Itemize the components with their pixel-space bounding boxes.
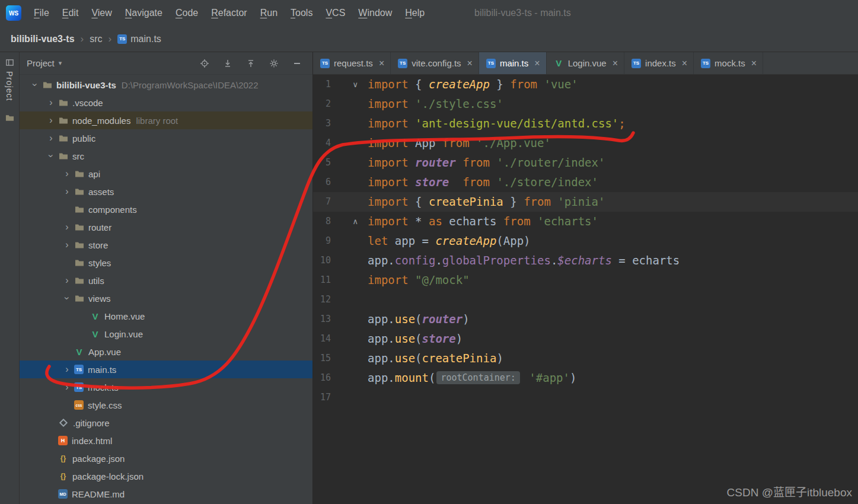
code-line-5[interactable]: 5import router from './router/index' <box>313 153 858 173</box>
code-line-7[interactable]: 7import { createPinia } from 'pinia' <box>313 192 858 212</box>
tree-item-node-modules[interactable]: ›node_moduleslibrary root <box>20 111 312 129</box>
chevron-right-icon[interactable]: › <box>60 275 74 286</box>
tree-item-router[interactable]: ›router <box>20 218 312 236</box>
chevron-down-icon[interactable]: › <box>30 78 40 92</box>
code-line-1[interactable]: 1∨import { createApp } from 'vue' <box>313 75 858 94</box>
fold-end-icon[interactable]: ∧ <box>331 212 363 231</box>
tab-vite-config-ts[interactable]: TSvite.config.ts× <box>391 52 479 74</box>
folder-stripe-icon[interactable] <box>5 113 14 122</box>
tree-item-package-json[interactable]: {}package.json <box>20 449 312 467</box>
tree-item-public[interactable]: ›public <box>20 129 312 147</box>
tree-item-store[interactable]: ›store <box>20 236 312 254</box>
breadcrumb-item-src[interactable]: src <box>90 34 102 44</box>
tree-item-readme-md[interactable]: MDREADME.md <box>20 485 312 503</box>
tab-login-vue[interactable]: VLogin.vue× <box>547 52 624 74</box>
chevron-right-icon[interactable]: › <box>60 168 74 179</box>
tab-mock-ts[interactable]: TSmock.ts× <box>694 52 763 74</box>
line-number: 6 <box>313 173 331 192</box>
tab-index-ts[interactable]: TSindex.ts× <box>624 52 694 74</box>
chevron-right-icon[interactable]: › <box>44 97 58 108</box>
collapse-all-button[interactable] <box>246 59 256 68</box>
chevron-down-icon[interactable]: › <box>62 291 72 305</box>
menu-navigate[interactable]: Navigate <box>119 0 169 26</box>
code-line-16[interactable]: 16app.mount(rootContainer: '#app') <box>313 368 858 388</box>
code-line-12[interactable]: 12 <box>313 290 858 310</box>
tab-close-icon[interactable]: × <box>467 58 473 69</box>
tree-item-mock-ts[interactable]: ›TSmock.ts <box>20 378 312 396</box>
fold-spacer <box>331 192 363 212</box>
code-line-15[interactable]: 15app.use(createPinia) <box>313 349 858 368</box>
tree-item-api[interactable]: ›api <box>20 165 312 183</box>
code-line-2[interactable]: 2import './style.css' <box>313 94 858 114</box>
menu-vcs[interactable]: VCS <box>319 0 352 26</box>
tree-item-package-lock-json[interactable]: {}package-lock.json <box>20 467 312 485</box>
tree-item-utils[interactable]: ›utils <box>20 272 312 289</box>
chevron-right-icon[interactable]: › <box>60 382 74 393</box>
code-token: app. <box>368 254 395 267</box>
tab-close-icon[interactable]: × <box>751 58 757 69</box>
chevron-right-icon[interactable]: › <box>60 186 74 197</box>
tree-item-vscode[interactable]: ›.vscode <box>20 94 312 111</box>
project-view-selector[interactable]: Project ▾ <box>27 58 62 68</box>
code-line-14[interactable]: 14app.use(store) <box>313 329 858 349</box>
code-line-11[interactable]: 11import "@/mock" <box>313 270 858 290</box>
tab-close-icon[interactable]: × <box>682 58 687 69</box>
tab-close-icon[interactable]: × <box>613 58 618 69</box>
tree-item-login-vue[interactable]: VLogin.vue <box>20 325 312 343</box>
code-line-17[interactable]: 17 <box>313 388 858 407</box>
tree-item-label: api <box>88 169 100 179</box>
tree-item-components[interactable]: components <box>20 200 312 218</box>
vue-file-icon: V <box>90 311 100 321</box>
settings-button[interactable] <box>269 59 279 68</box>
code-editor[interactable]: 1∨import { createApp } from 'vue'2import… <box>313 75 858 504</box>
code-line-10[interactable]: 10app.config.globalProperties.$echarts =… <box>313 251 858 270</box>
expand-all-button[interactable] <box>223 59 232 68</box>
menu-run[interactable]: Run <box>254 0 284 26</box>
fold-start-icon[interactable]: ∨ <box>331 75 363 94</box>
project-stripe-button[interactable]: Project <box>5 58 14 101</box>
tree-item-app-vue[interactable]: VApp.vue <box>20 343 312 361</box>
code-line-13[interactable]: 13app.use(router) <box>313 310 858 329</box>
chevron-right-icon[interactable]: › <box>44 115 58 126</box>
tab-main-ts[interactable]: TSmain.ts× <box>479 52 547 74</box>
locate-button[interactable] <box>200 59 209 68</box>
code-line-9[interactable]: 9let app = createApp(App) <box>313 231 858 251</box>
menu-help[interactable]: Help <box>398 0 431 26</box>
tree-item-bilibili-vue3-ts[interactable]: ›bilibili-vue3-tsD:\ProgramWorkSpace\IDE… <box>20 76 312 94</box>
menu-refactor[interactable]: Refactor <box>205 0 253 26</box>
breadcrumb-item-bilibili-vue3-ts[interactable]: bilibili-vue3-ts <box>11 34 75 44</box>
tree-item-main-ts[interactable]: ›TSmain.ts <box>20 361 312 378</box>
code-line-3[interactable]: 3import 'ant-design-vue/dist/antd.css'; <box>313 114 858 133</box>
tree-item-home-vue[interactable]: VHome.vue <box>20 307 312 325</box>
tab-request-ts[interactable]: TSrequest.ts× <box>313 52 391 74</box>
tree-item-index-html[interactable]: Hindex.html <box>20 432 312 449</box>
tree-item-styles[interactable]: styles <box>20 254 312 272</box>
tree-item-gitignore[interactable]: .gitignore <box>20 414 312 432</box>
menu-tools[interactable]: Tools <box>284 0 319 26</box>
tree-item-src[interactable]: ›src <box>20 147 312 165</box>
chevron-right-icon[interactable]: › <box>44 133 58 143</box>
code-line-6[interactable]: 6import store from './store/index' <box>313 173 858 192</box>
chevron-down-icon[interactable]: › <box>46 149 56 163</box>
tree-item-assets[interactable]: ›assets <box>20 183 312 200</box>
breadcrumb-item-main-ts[interactable]: TSmain.ts <box>117 34 161 44</box>
code-token: . <box>551 254 557 267</box>
tree-item-style-css[interactable]: cssstyle.css <box>20 396 312 414</box>
code-token <box>409 273 415 286</box>
menu-view[interactable]: View <box>85 0 118 26</box>
menu-code[interactable]: Code <box>169 0 205 26</box>
chevron-right-icon[interactable]: › <box>60 240 74 250</box>
tree-item-views[interactable]: ›views <box>20 289 312 307</box>
menu-window[interactable]: Window <box>352 0 398 26</box>
tree-item-label: styles <box>88 258 111 268</box>
menu-file[interactable]: File <box>27 0 56 26</box>
tab-close-icon[interactable]: × <box>534 58 540 69</box>
tab-close-icon[interactable]: × <box>379 58 384 69</box>
code-line-4[interactable]: 4import App from './App.vue' <box>313 133 858 153</box>
code-token: * <box>409 215 429 228</box>
chevron-right-icon[interactable]: › <box>60 222 74 232</box>
code-line-8[interactable]: 8∧import * as echarts from 'echarts' <box>313 212 858 231</box>
chevron-right-icon[interactable]: › <box>60 364 74 375</box>
hide-panel-button[interactable] <box>292 59 302 68</box>
menu-edit[interactable]: Edit <box>56 0 85 26</box>
